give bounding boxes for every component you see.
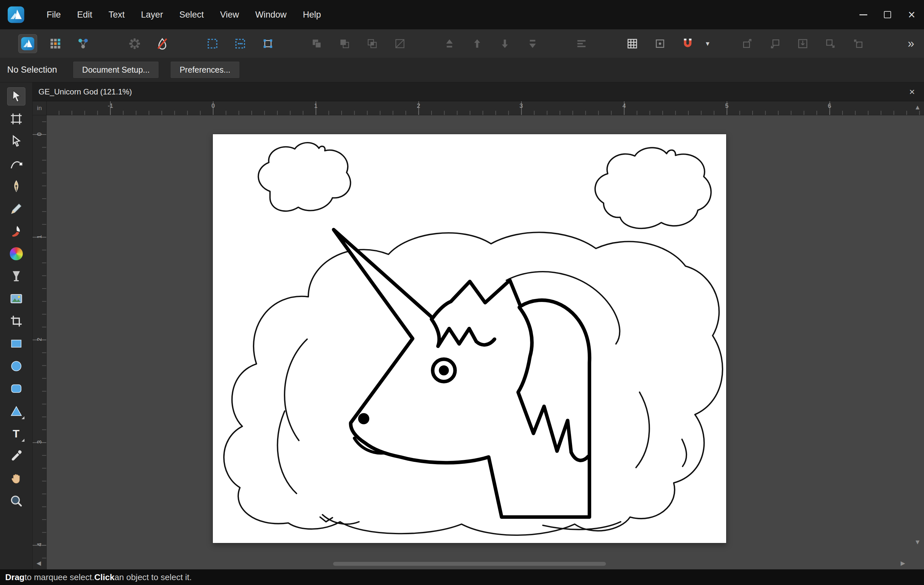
menu-window[interactable]: Window (247, 0, 295, 29)
maximize-icon (884, 11, 891, 18)
rectangle-tool-button[interactable] (7, 335, 25, 353)
alignment-button[interactable] (572, 34, 591, 53)
document-tab-bar: GE_Unicorn God (121.1%) × (33, 82, 924, 101)
boolean-divide-button[interactable] (391, 34, 409, 53)
menu-layer[interactable]: Layer (133, 0, 172, 29)
export-persona-button[interactable] (74, 34, 92, 53)
snapping-presets-button[interactable] (650, 34, 670, 53)
boolean-intersect-button[interactable] (363, 34, 382, 53)
zoom-tool-button[interactable] (7, 492, 25, 510)
style-group (125, 34, 172, 53)
insert-target-b-button[interactable] (849, 34, 868, 53)
boolean-subtract-icon (338, 37, 351, 50)
transparency-tool-icon (9, 269, 23, 283)
main-toolbar: ▾ (0, 29, 924, 58)
node-tool-button[interactable] (7, 132, 25, 150)
hscroll-left-arrow[interactable]: ◀ (36, 560, 41, 566)
boolean-subtract-button[interactable] (335, 34, 354, 53)
order-group (440, 34, 542, 53)
vector-crop-tool-button[interactable] (7, 312, 25, 330)
pencil-tool-button[interactable] (7, 200, 25, 218)
pencil-tool-icon (9, 202, 23, 216)
fill-slash-icon (155, 37, 169, 51)
hscroll-right-arrow[interactable]: ▶ (901, 560, 905, 566)
rounded-rectangle-tool-icon (9, 381, 23, 396)
cloud-top-left (259, 143, 351, 211)
insert-group (738, 34, 868, 53)
colour-picker-tool-button[interactable] (7, 447, 25, 465)
tools-panel: T (0, 82, 33, 569)
insert-behind-button[interactable] (738, 34, 757, 53)
insert-in-front-button[interactable] (766, 34, 784, 53)
transparency-tool-button[interactable] (7, 267, 25, 285)
preferences-button[interactable]: Preferences... (170, 61, 240, 79)
point-transform-tool-button[interactable] (7, 155, 25, 173)
artboard[interactable] (213, 134, 726, 543)
artboard-tool-button[interactable] (7, 110, 25, 128)
menu-select[interactable]: Select (171, 0, 212, 29)
maximize-button[interactable] (880, 8, 895, 22)
vscroll-up-arrow[interactable]: ▲ (914, 104, 921, 110)
toolbar-overflow-chevron[interactable]: » (908, 37, 917, 51)
document-setup-button[interactable]: Document Setup... (73, 61, 159, 79)
transform-box-button[interactable] (259, 34, 277, 53)
menu-help[interactable]: Help (295, 0, 329, 29)
place-image-tool-button[interactable] (7, 290, 25, 308)
pixel-persona-button[interactable] (46, 34, 65, 53)
rectangle-tool-icon (9, 336, 23, 351)
ruler-row: in -1 0 1 2 3 4 5 6 (33, 101, 924, 115)
designer-persona-icon (20, 36, 35, 51)
vector-brush-tool-icon (9, 224, 23, 239)
order-forward-button[interactable] (468, 34, 487, 53)
fill-slash-button[interactable] (153, 34, 172, 53)
minimize-icon (860, 14, 867, 15)
hruler-label: 0 (211, 102, 215, 109)
styles-badge-button[interactable] (125, 34, 144, 53)
hruler-label: 2 (417, 102, 421, 109)
snapping-dropdown-icon[interactable]: ▾ (703, 40, 712, 48)
minimize-button[interactable] (856, 8, 871, 22)
menu-text[interactable]: Text (101, 0, 133, 29)
snapping-magnet-button[interactable] (678, 34, 697, 53)
boolean-add-button[interactable] (307, 34, 326, 53)
horizontal-scrollbar-thumb[interactable] (333, 562, 606, 566)
hruler-label: 6 (828, 102, 832, 109)
node-tool-icon (9, 134, 23, 148)
vscroll-down-arrow[interactable]: ▼ (914, 539, 921, 545)
insert-inside-button[interactable] (793, 34, 812, 53)
marquee-group (203, 34, 277, 53)
designer-persona-button[interactable] (18, 34, 37, 53)
fill-tool-icon (10, 247, 23, 260)
artistic-text-tool-button[interactable]: T (7, 424, 25, 443)
document-tab-close-icon[interactable]: × (909, 87, 915, 97)
zoom-tool-icon (9, 494, 23, 508)
marquee-a-button[interactable] (203, 34, 222, 53)
view-tool-button[interactable] (7, 470, 25, 488)
order-backward-button[interactable] (495, 34, 514, 53)
pen-tool-button[interactable] (7, 177, 25, 195)
order-front-button[interactable] (440, 34, 459, 53)
order-back-button[interactable] (523, 34, 542, 53)
nostril (358, 413, 369, 424)
document-area: GE_Unicorn God (121.1%) × in -1 0 1 2 3 … (33, 82, 924, 569)
canvas-viewport[interactable] (46, 115, 924, 569)
vertical-ruler: 0 1 2 3 4 (33, 115, 46, 569)
status-drag: Drag (5, 572, 25, 582)
move-tool-button[interactable] (7, 87, 25, 105)
menu-file[interactable]: File (38, 0, 69, 29)
menu-edit[interactable]: Edit (69, 0, 101, 29)
menu-view[interactable]: View (212, 0, 247, 29)
close-button[interactable]: × (904, 8, 919, 22)
fill-tool-button[interactable] (7, 245, 25, 263)
insert-target-a-button[interactable] (821, 34, 840, 53)
document-tab-title[interactable]: GE_Unicorn God (121.1%) (38, 87, 132, 96)
vector-brush-tool-button[interactable] (7, 222, 25, 241)
triangle-tool-button[interactable] (7, 402, 25, 420)
boolean-add-icon (310, 37, 323, 50)
show-grid-button[interactable] (623, 34, 642, 53)
ellipse-tool-button[interactable] (7, 357, 25, 375)
move-tool-icon (9, 89, 23, 104)
rounded-rectangle-tool-button[interactable] (7, 379, 25, 398)
hruler-label: 4 (622, 102, 626, 109)
marquee-b-button[interactable] (231, 34, 250, 53)
